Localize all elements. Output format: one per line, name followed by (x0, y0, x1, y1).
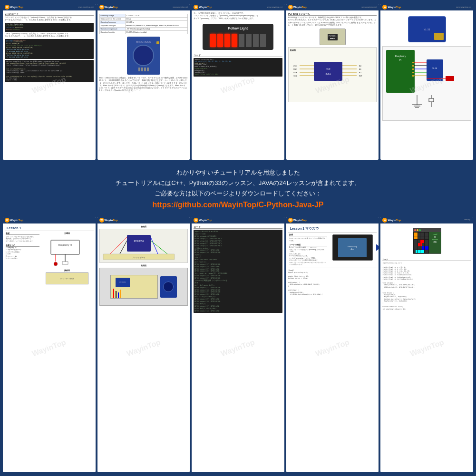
tc-25 (420, 243, 422, 246)
pin-2 (141, 68, 143, 71)
svg-rect-19 (427, 59, 443, 81)
tetris-max-btn[interactable] (419, 229, 421, 231)
mouse-lesson-body: 説明 今のレッスンはレッスン1に基づいてマウスの事業を学んでいます。 コードの確… (288, 233, 377, 267)
bottom-page-header-4: W WayinTop (286, 217, 379, 223)
led-bar-5 (239, 34, 244, 47)
svg-line-42 (151, 241, 167, 254)
pin-label-5: A0 (359, 65, 362, 67)
bottom-page-content-3: コード import RPi.GPIO as GPIO import time … (192, 223, 284, 472)
tetris-close-btn[interactable] (414, 229, 416, 231)
bottom-page-content-2: 接続図 PCF8051 ブレッドボード (97, 223, 190, 472)
main-container: W WayinTop www.wayintop.net C++のコード コマンド… (0, 0, 476, 476)
page-url-2: www.wayintop.net (173, 6, 188, 8)
tc-13 (425, 236, 427, 240)
tc-34 (425, 246, 427, 250)
wayin-icon-b2: W (99, 218, 104, 223)
tc-1 (414, 233, 416, 236)
page-header-1: W WayinTop www.wayintop.net (3, 4, 96, 10)
svg-rect-10 (412, 65, 414, 67)
tc-36 (414, 250, 416, 253)
mifare-desc: Mfare ミ Mifare Standard と呼ばれ、容量を1K バイトです… (99, 77, 188, 92)
tc-11 (420, 236, 422, 240)
wire-blue (118, 292, 119, 298)
rfid-pins (138, 68, 149, 71)
processing-content: ProcessingApp (348, 245, 357, 250)
page-url-4: www.wayintop.net (361, 6, 377, 8)
spec-key-4: Operation temperature (99, 28, 125, 31)
page-url-3: www.wayintop.net (267, 6, 282, 8)
wayintop-logo-b4: W WayinTop (288, 218, 307, 223)
tc-10 (418, 236, 420, 240)
pcf-diagram-label: 配線図 (290, 49, 375, 51)
lesson-header-mouse: Lesson 1 マウスで (288, 225, 377, 233)
wayin-icon-b4: W (288, 218, 293, 223)
svg-rect-27 (429, 98, 434, 102)
watermark-b2: WayinTop (126, 338, 162, 358)
mouse-code-desc: 1-プログラムの実行を確認し、このレッスと コマンドウィンドウを使って「proc… (289, 246, 327, 266)
spec-val-1: 10mA (125, 18, 188, 21)
breadboard-svg: PCF8051 ブレッドボード (101, 230, 177, 261)
page-card-1: W WayinTop www.wayintop.net C++のコード コマンド… (3, 4, 96, 160)
wayin-icon-3: W (194, 5, 198, 10)
rfid-label: MFRC-RC522 (136, 40, 151, 43)
mouse-lesson-right: ProcessingApp (328, 233, 377, 267)
lesson1-desc-text: このレッスンでは LED を点灯させる方法を学びます。このプロジェクトで LED… (6, 236, 39, 242)
blue-module-area: YL-38 (382, 16, 471, 42)
tetris-score-panel: Level 0 Scores 20 (429, 232, 440, 253)
tc-21 (427, 240, 428, 243)
breadboard-small: ブレッドボード接続図 (46, 272, 88, 284)
tc-27 (425, 243, 427, 246)
code-section-label-3: コード (194, 54, 282, 57)
svg-rect-11 (412, 68, 414, 70)
bottom-page-content-5: Level 0 Scores 20 コード import processing.… (380, 223, 473, 472)
bottom-page-card-2: W WayinTop 接続図 PCF8051 ブレッドボード (97, 217, 190, 472)
tc-12 (422, 236, 424, 240)
module-name: YL-38 (432, 67, 437, 69)
wayin-icon-b5: W (382, 218, 387, 223)
led-bar-8 (260, 34, 266, 47)
svg-text:PCF8051: PCF8051 (134, 240, 144, 243)
tc-30 (416, 246, 418, 250)
pin-label-3: SDA (293, 71, 298, 74)
rfid-coil-actual (163, 282, 174, 292)
mouse-code-text: import processing.io.*; static final int… (288, 272, 377, 295)
cpp-desc2: コード「getServo(0.5 Servo)」を入力して、Servo J デー… (5, 33, 94, 38)
tc-31 (418, 246, 420, 250)
tc-19 (422, 240, 424, 243)
tetris-score-value: 20 (430, 241, 439, 243)
logo-text-b2: WayinTop (105, 219, 118, 222)
wayintop-logo-b5: W WayinTop (382, 218, 401, 223)
lesson1-right: 主環回 Raspberry Pi 接続回 (40, 231, 94, 467)
spec-key-5: Operation humidity (99, 31, 125, 34)
tetris-code-label: コード (382, 258, 471, 261)
svg-rect-20 (446, 76, 454, 81)
wayintop-logo-2: W WayinTop (99, 5, 118, 10)
tc-26 (422, 243, 424, 246)
spec-val-2: 13.56MHz (125, 21, 188, 24)
svg-point-33 (54, 262, 58, 266)
svg-rect-35 (127, 235, 151, 252)
led-bars-container (206, 33, 270, 47)
code-block-p3: import processing.io.*; int help[]={17, … (194, 58, 282, 77)
pcf-circuit-svg: PCF 8051 VCC GND (290, 52, 366, 100)
bottom-page-header-2: W WayinTop (97, 217, 190, 223)
spec-val-3: Mifare1 S50, Mifare1 S70, Mifare Ultrali… (125, 24, 188, 28)
tetris-min-btn[interactable] (417, 229, 418, 231)
spec-key-3: Supported card type (99, 24, 125, 28)
svg-rect-9 (412, 62, 414, 63)
svg-text:Raspberry Pi: Raspberry Pi (58, 243, 72, 246)
page-content-1: C++のコード コマンドウィンドウを使って「arduino(0.5 Servo)… (3, 10, 96, 160)
tc-15 (414, 240, 416, 243)
pin-label-7: A2 (359, 71, 362, 74)
cpp-desc: コマンドウィンドウを使って「arduino(0.5 Servo)」を入力する, … (5, 17, 94, 22)
pin-4 (147, 68, 149, 71)
spec-val-5: 5%-95% (Relative humidity) (125, 31, 188, 34)
lesson1-desc-label: 基礎 (6, 232, 39, 235)
tc-6 (425, 233, 427, 236)
tutorial-link[interactable]: https://github.com/WayinTop/C-Python-Jav… (10, 201, 466, 209)
led-bar-4 (232, 34, 237, 47)
rfid-module: MFRC-RC522 (127, 37, 160, 75)
pcf-chip: PCF8051■■■■ (320, 29, 346, 45)
processing-app: ProcessingApp (338, 238, 367, 257)
wayintop-logo-5: W WayinTop (382, 5, 401, 10)
